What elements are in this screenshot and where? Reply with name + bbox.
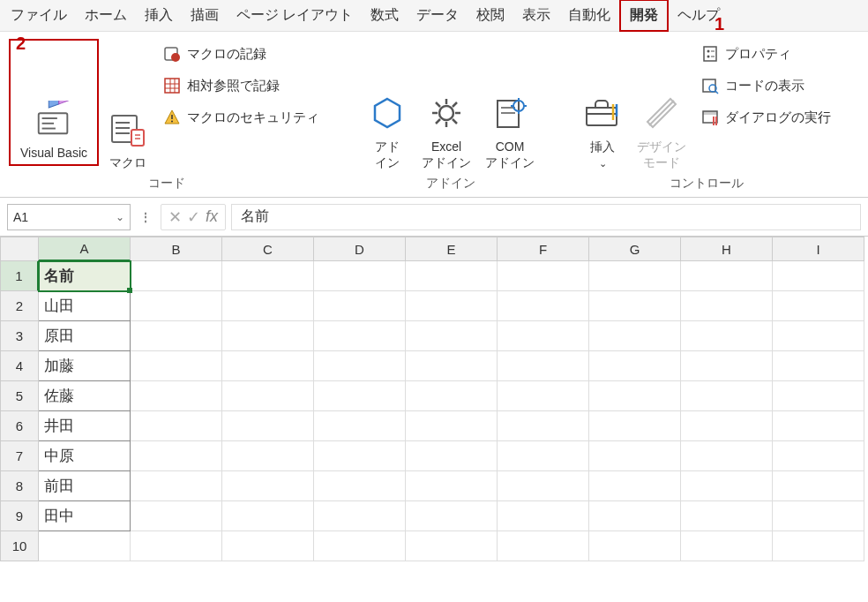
cell-A5[interactable]: 佐藤 xyxy=(39,381,131,411)
cell-A6[interactable]: 井田 xyxy=(39,411,131,441)
row-header-9[interactable]: 9 xyxy=(0,501,39,531)
col-header-F[interactable]: F xyxy=(498,237,589,261)
cell-F8[interactable] xyxy=(498,471,589,501)
cell-G1[interactable] xyxy=(589,261,681,291)
cell-H1[interactable] xyxy=(681,261,773,291)
cell-H3[interactable] xyxy=(681,321,773,351)
cell-G10[interactable] xyxy=(589,531,681,561)
cell-F3[interactable] xyxy=(498,321,589,351)
cell-A7[interactable]: 中原 xyxy=(39,441,131,471)
cell-D9[interactable] xyxy=(314,501,406,531)
cell-G6[interactable] xyxy=(589,411,681,441)
formula-input[interactable]: 名前 xyxy=(231,204,861,230)
cell-F6[interactable] xyxy=(498,411,589,441)
cell-D1[interactable] xyxy=(314,261,406,291)
row-header-5[interactable]: 5 xyxy=(0,381,39,411)
row-header-1[interactable]: 1 xyxy=(0,261,39,291)
cell-E2[interactable] xyxy=(406,291,498,321)
cell-G3[interactable] xyxy=(589,321,681,351)
col-header-I[interactable]: I xyxy=(773,237,864,261)
cell-D2[interactable] xyxy=(314,291,406,321)
cell-D3[interactable] xyxy=(314,321,406,351)
cell-G2[interactable] xyxy=(589,291,681,321)
cell-E7[interactable] xyxy=(406,441,498,471)
menu-automate[interactable]: 自動化 xyxy=(559,1,619,30)
cell-F5[interactable] xyxy=(498,381,589,411)
cell-B2[interactable] xyxy=(131,291,222,321)
cell-C3[interactable] xyxy=(222,321,314,351)
row-header-4[interactable]: 4 xyxy=(0,351,39,381)
excel-addins-button[interactable]: Excel アドイン xyxy=(415,37,478,174)
cell-I4[interactable] xyxy=(773,351,864,381)
menu-page-layout[interactable]: ページ レイアウト xyxy=(228,1,362,30)
cell-B9[interactable] xyxy=(131,501,222,531)
cell-D8[interactable] xyxy=(314,471,406,501)
col-header-A[interactable]: A xyxy=(39,237,131,261)
cell-A2[interactable]: 山田 xyxy=(39,291,131,321)
col-header-E[interactable]: E xyxy=(406,237,498,261)
menu-file[interactable]: ファイル xyxy=(2,1,76,30)
cell-E3[interactable] xyxy=(406,321,498,351)
menu-formula[interactable]: 数式 xyxy=(362,1,408,30)
cell-I6[interactable] xyxy=(773,411,864,441)
select-all-corner[interactable] xyxy=(0,237,39,261)
cell-G7[interactable] xyxy=(589,441,681,471)
design-mode-button[interactable]: デザイン モード xyxy=(630,37,693,174)
cell-E9[interactable] xyxy=(406,501,498,531)
record-macro-button[interactable]: マクロの記録 xyxy=(157,41,325,67)
cell-B10[interactable] xyxy=(131,531,222,561)
cell-B8[interactable] xyxy=(131,471,222,501)
cell-B6[interactable] xyxy=(131,411,222,441)
name-box[interactable]: A1 ⌄ xyxy=(7,204,131,230)
col-header-G[interactable]: G xyxy=(589,237,681,261)
cell-I8[interactable] xyxy=(773,471,864,501)
cell-E4[interactable] xyxy=(406,351,498,381)
view-code-button[interactable]: コードの表示 xyxy=(695,72,836,99)
cell-G5[interactable] xyxy=(589,381,681,411)
cell-D6[interactable] xyxy=(314,411,406,441)
fx-icon[interactable]: fx xyxy=(206,207,218,226)
cell-I10[interactable] xyxy=(773,531,864,561)
cell-I1[interactable] xyxy=(773,261,864,291)
cell-F7[interactable] xyxy=(498,441,589,471)
cancel-icon[interactable]: ✕ xyxy=(168,207,182,227)
cell-E10[interactable] xyxy=(406,531,498,561)
cell-H4[interactable] xyxy=(681,351,773,381)
cell-I3[interactable] xyxy=(773,321,864,351)
com-addins-button[interactable]: COM アドイン xyxy=(478,37,542,174)
cell-I5[interactable] xyxy=(773,381,864,411)
cell-D10[interactable] xyxy=(314,531,406,561)
visual-basic-button[interactable]: Visual Basic xyxy=(9,39,99,166)
cell-H8[interactable] xyxy=(681,471,773,501)
cell-C9[interactable] xyxy=(222,501,314,531)
cell-H9[interactable] xyxy=(681,501,773,531)
cell-C2[interactable] xyxy=(222,291,314,321)
cell-C7[interactable] xyxy=(222,441,314,471)
cell-G4[interactable] xyxy=(589,351,681,381)
cell-D5[interactable] xyxy=(314,381,406,411)
cell-A3[interactable]: 原田 xyxy=(39,321,131,351)
chevron-down-icon[interactable]: ⌄ xyxy=(116,211,124,223)
cell-H7[interactable] xyxy=(681,441,773,471)
cell-E1[interactable] xyxy=(406,261,498,291)
col-header-H[interactable]: H xyxy=(681,237,773,261)
cell-C8[interactable] xyxy=(222,471,314,501)
row-header-10[interactable]: 10 xyxy=(0,531,39,561)
cell-H10[interactable] xyxy=(681,531,773,561)
cell-A4[interactable]: 加藤 xyxy=(39,351,131,381)
cell-A1[interactable]: 名前 xyxy=(39,261,131,291)
menu-draw[interactable]: 描画 xyxy=(182,1,228,30)
row-header-8[interactable]: 8 xyxy=(0,471,39,501)
insert-control-button[interactable]: 挿入⌄ xyxy=(575,37,630,174)
enter-icon[interactable]: ✓ xyxy=(187,207,200,227)
col-header-D[interactable]: D xyxy=(314,237,406,261)
cell-A9[interactable]: 田中 xyxy=(39,501,131,531)
cell-F10[interactable] xyxy=(498,531,589,561)
cell-B4[interactable] xyxy=(131,351,222,381)
properties-button[interactable]: プロパティ xyxy=(695,41,836,67)
cell-H6[interactable] xyxy=(681,411,773,441)
cell-B5[interactable] xyxy=(131,381,222,411)
cell-B3[interactable] xyxy=(131,321,222,351)
cell-F2[interactable] xyxy=(498,291,589,321)
cell-C5[interactable] xyxy=(222,381,314,411)
